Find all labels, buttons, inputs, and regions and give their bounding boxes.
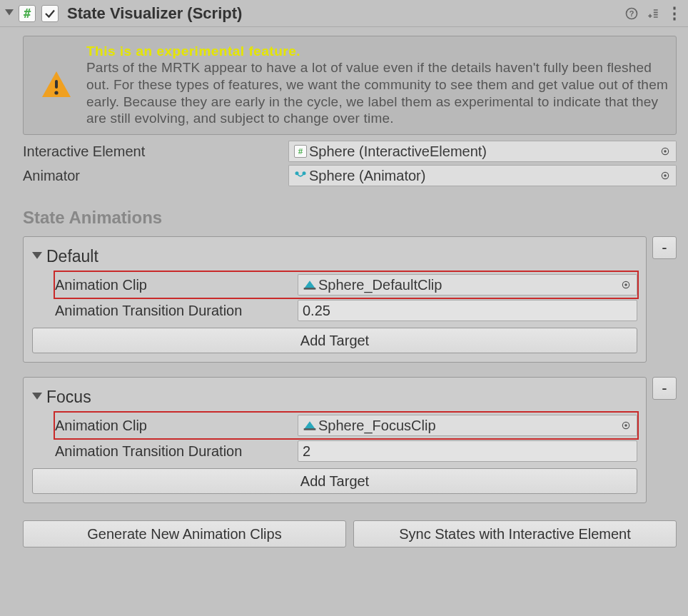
animation-clip-value: Sphere_FocusClip [318,418,618,434]
experimental-warning-box: This is an experimental feature. Parts o… [23,36,677,135]
svg-text:?: ? [629,9,634,18]
add-target-button[interactable]: Add Target [32,328,637,353]
object-picker-icon[interactable] [657,146,673,156]
svg-marker-17 [304,421,316,430]
state-header-focus[interactable]: Focus [32,388,637,407]
state-box-focus: Focus Animation Clip Sphere_FocusClip [23,377,647,503]
object-picker-icon[interactable] [618,420,634,430]
state-header-default[interactable]: Default [32,247,637,266]
transition-duration-label: Animation Transition Duration [55,303,298,319]
svg-marker-11 [32,252,42,259]
svg-point-15 [624,283,627,286]
svg-marker-0 [5,9,14,15]
svg-marker-16 [32,393,42,400]
object-picker-icon[interactable] [618,280,634,290]
svg-rect-18 [304,428,316,430]
svg-point-20 [624,424,627,427]
state-box-default: Default Animation Clip Sphere_DefaultCli… [23,236,647,363]
svg-point-10 [664,174,667,177]
remove-state-button[interactable]: - [652,236,677,259]
preset-icon[interactable] [642,6,664,21]
generate-clips-button[interactable]: Generate New Animation Clips [23,520,346,547]
transition-duration-input-focus[interactable] [298,440,637,462]
animator-label: Animator [23,168,288,184]
animation-clip-icon [301,420,318,431]
component-header: # State Visualizer (Script) ? ⋮ [0,0,688,27]
help-icon[interactable]: ? [621,6,642,21]
state-animations-header: State Animations [23,208,677,228]
object-picker-icon[interactable] [657,171,673,181]
svg-rect-13 [304,288,316,290]
more-icon[interactable]: ⋮ [664,6,685,21]
transition-duration-label: Animation Transition Duration [55,443,298,460]
warning-title: This is an experimental feature. [86,44,300,59]
svg-rect-3 [55,80,58,89]
remove-state-button[interactable]: - [652,377,677,400]
animation-clip-icon [301,279,318,291]
interactive-element-label: Interactive Element [23,143,288,160]
component-title: State Visualizer (Script) [63,4,621,23]
animation-clip-field-focus[interactable]: Sphere_FocusClip [298,415,637,436]
state-name: Default [46,247,98,266]
warning-icon [39,69,74,103]
svg-point-6 [664,150,667,153]
sync-states-button[interactable]: Sync States with Interactive Element [353,520,677,547]
animator-value: Sphere (Animator) [309,168,657,184]
animator-icon [292,169,309,182]
script-icon: # [19,5,36,22]
svg-marker-12 [304,281,316,289]
script-icon-small: # [292,145,309,158]
enable-checkbox[interactable] [41,5,59,22]
interactive-element-field[interactable]: # Sphere (InteractiveElement) [288,141,677,162]
interactive-element-value: Sphere (InteractiveElement) [309,143,657,160]
transition-duration-input-default[interactable] [298,300,637,321]
warning-body: Parts of the MRTK appear to have a lot o… [86,60,668,126]
animation-clip-label: Animation Clip [55,418,298,434]
add-target-button[interactable]: Add Target [32,468,637,494]
component-foldout[interactable] [3,9,16,18]
animator-field[interactable]: Sphere (Animator) [288,165,677,186]
animation-clip-value: Sphere_DefaultClip [318,277,618,293]
state-name: Focus [46,388,91,407]
svg-point-4 [54,91,58,94]
animation-clip-label: Animation Clip [55,277,298,293]
animation-clip-field-default[interactable]: Sphere_DefaultClip [298,274,637,296]
